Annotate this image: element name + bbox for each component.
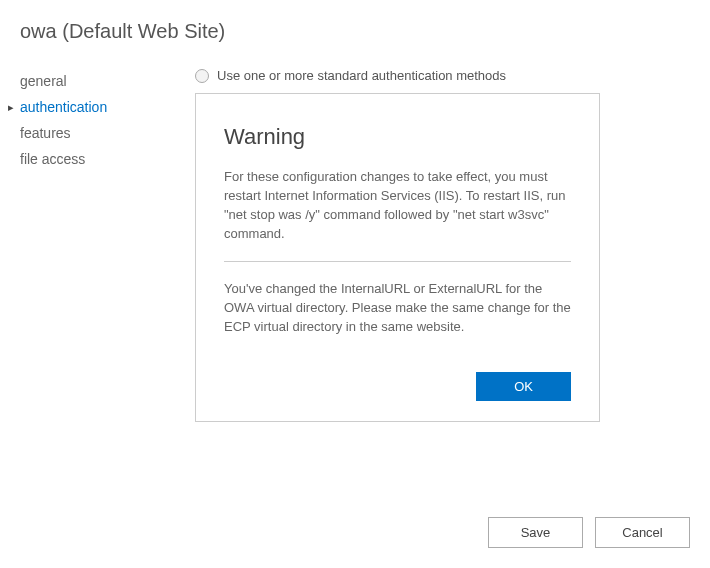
sidebar: general authentication features file acc… <box>20 68 175 422</box>
ok-button[interactable]: OK <box>476 372 571 401</box>
cancel-button[interactable]: Cancel <box>595 517 690 548</box>
sidebar-item-general[interactable]: general <box>20 68 175 94</box>
dialog-title: Warning <box>224 124 571 150</box>
dialog-paragraph-2: You've changed the InternalURL or Extern… <box>224 280 571 337</box>
sidebar-item-authentication[interactable]: authentication <box>20 94 175 120</box>
auth-method-radio-row[interactable]: Use one or more standard authentication … <box>195 68 690 83</box>
auth-method-label: Use one or more standard authentication … <box>217 68 506 83</box>
warning-dialog: Warning For these configuration changes … <box>195 93 600 422</box>
bottom-buttons: Save Cancel <box>488 517 690 548</box>
sidebar-item-features[interactable]: features <box>20 120 175 146</box>
main-panel: Use one or more standard authentication … <box>175 68 690 422</box>
save-button[interactable]: Save <box>488 517 583 548</box>
page-title: owa (Default Web Site) <box>20 20 690 43</box>
dialog-paragraph-1: For these configuration changes to take … <box>224 168 571 243</box>
sidebar-item-file-access[interactable]: file access <box>20 146 175 172</box>
radio-icon[interactable] <box>195 69 209 83</box>
dialog-divider <box>224 261 571 262</box>
